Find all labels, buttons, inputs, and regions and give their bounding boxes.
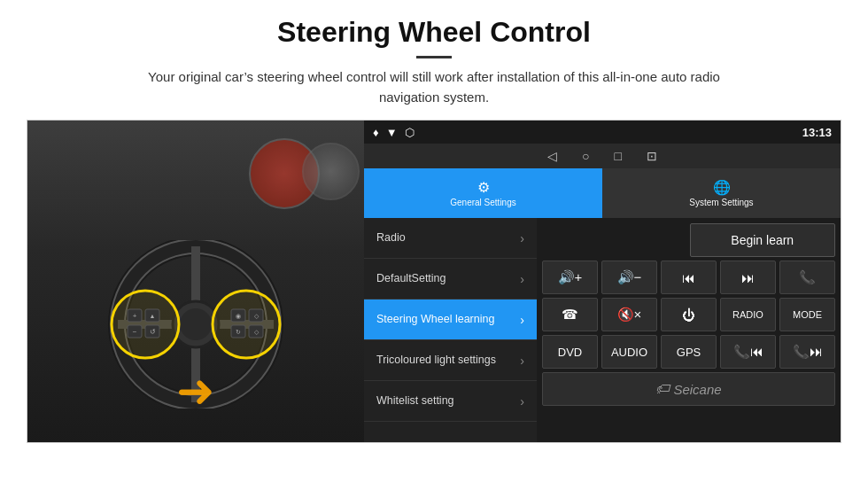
dvd-button[interactable]: DVD: [542, 335, 598, 369]
volume-up-icon: 🔊+: [558, 269, 583, 285]
car-image: + ▲ − ↺ ◉ ◇ ↻ ◇ ➜: [27, 121, 364, 443]
menu-item-tricolour-label: Tricoloured light settings: [376, 354, 496, 367]
arrow-icon: ➜: [176, 364, 215, 417]
page-container: Steering Wheel Control Your original car…: [0, 0, 868, 443]
recents-nav-icon[interactable]: □: [615, 149, 622, 163]
signal-icon: ▼: [386, 126, 398, 139]
audio-button[interactable]: AUDIO: [601, 335, 657, 369]
power-icon: ⏻: [682, 307, 695, 323]
seicane-icon: 🏷: [655, 381, 670, 397]
call-button[interactable]: 📞: [779, 261, 835, 294]
svg-text:↺: ↺: [150, 328, 156, 336]
wifi-icon: ⬡: [405, 126, 415, 139]
menu-arrow-tricolour: ›: [520, 354, 524, 368]
svg-point-9: [112, 291, 179, 358]
subtitle-text: Your original car’s steering wheel contr…: [124, 67, 744, 107]
svg-point-8: [180, 308, 212, 340]
control-row-1: 🔊+ 🔊− ⏮ ⏭ 📞: [542, 261, 835, 294]
android-panel: ♦ ▼ ⬡ 13:13 ◁ ○ □ ⊡ ⚙ General Settings: [364, 121, 841, 442]
menu-arrow-whitelist: ›: [520, 394, 524, 409]
nav-bar: ◁ ○ □ ⊡: [364, 144, 841, 168]
tab-general-settings[interactable]: ⚙ General Settings: [364, 168, 602, 218]
menu-item-whitelist-label: Whitelist setting: [376, 394, 454, 408]
prev-track-icon: ⏮: [682, 270, 695, 285]
status-time: 13:13: [802, 126, 832, 139]
dvd-label: DVD: [558, 346, 582, 359]
control-row-2: ☎ 🔇× ⏻ RADIO MODE: [542, 298, 835, 331]
tab-bar: ⚙ General Settings 🌐 System Settings: [364, 168, 841, 218]
status-icons: ♦ ▼ ⬡: [373, 126, 415, 139]
call-prev-button[interactable]: 📞⏮: [720, 335, 776, 369]
gps-label: GPS: [677, 346, 701, 359]
mode-button[interactable]: MODE: [779, 298, 835, 331]
volume-down-button[interactable]: 🔊−: [601, 261, 657, 294]
android-main: Radio › DefaultSetting › Steering Wheel …: [364, 218, 841, 442]
menu-item-steering-label: Steering Wheel learning: [376, 313, 494, 326]
menu-item-default-setting[interactable]: DefaultSetting ›: [364, 259, 537, 300]
volume-down-icon: 🔊−: [617, 269, 642, 285]
watermark-row: 🏷 Seicane: [542, 372, 835, 406]
svg-text:↻: ↻: [236, 329, 241, 335]
seicane-watermark: 🏷 Seicane: [542, 372, 835, 406]
audio-label: AUDIO: [611, 346, 647, 359]
header-section: Steering Wheel Control Your original car…: [27, 16, 841, 107]
call-next-icon: 📞⏭: [793, 344, 823, 360]
begin-learn-row: Begin learn: [542, 223, 835, 257]
location-icon: ♦: [373, 126, 379, 139]
svg-text:−: −: [133, 328, 137, 336]
menu-item-tricolour[interactable]: Tricoloured light settings ›: [364, 340, 537, 381]
menu-item-radio-label: Radio: [376, 231, 406, 245]
tab-general-label: General Settings: [450, 198, 516, 207]
page-title: Steering Wheel Control: [27, 16, 841, 49]
svg-text:▲: ▲: [150, 313, 156, 319]
general-settings-icon: ⚙: [477, 179, 490, 196]
begin-learn-button[interactable]: Begin learn: [690, 223, 836, 257]
status-bar: ♦ ▼ ⬡ 13:13: [364, 121, 841, 144]
menu-item-radio[interactable]: Radio ›: [364, 218, 537, 259]
home-nav-icon[interactable]: ○: [582, 149, 589, 163]
call-next-button[interactable]: 📞⏭: [779, 335, 835, 369]
menu-item-steering-wheel[interactable]: Steering Wheel learning ›: [364, 300, 537, 340]
hangup-button[interactable]: ☎: [542, 298, 598, 331]
tab-system-settings[interactable]: 🌐 System Settings: [602, 168, 841, 218]
menu-item-default-label: DefaultSetting: [376, 272, 446, 285]
mute-icon: 🔇×: [617, 307, 642, 323]
svg-text:+: +: [133, 312, 137, 320]
seicane-label: Seicane: [673, 382, 721, 397]
next-track-button[interactable]: ⏭: [720, 261, 776, 294]
empty-space: [542, 223, 686, 257]
title-divider: [416, 56, 452, 58]
menu-arrow-steering: ›: [520, 313, 524, 327]
back-nav-icon[interactable]: ◁: [547, 149, 557, 163]
mode-label: MODE: [793, 309, 822, 320]
menu-nav-icon[interactable]: ⊡: [647, 149, 657, 163]
menu-arrow-default: ›: [520, 272, 524, 286]
call-icon: 📞: [799, 269, 816, 285]
content-area: + ▲ − ↺ ◉ ◇ ↻ ◇ ➜: [27, 120, 841, 443]
button-panel: Begin learn 🔊+ 🔊− ⏮: [537, 218, 841, 442]
tab-system-label: System Settings: [689, 198, 753, 207]
control-row-3: DVD AUDIO GPS 📞⏮ 📞⏭: [542, 335, 835, 369]
menu-list: Radio › DefaultSetting › Steering Wheel …: [364, 218, 537, 442]
gauge-right: [302, 143, 360, 200]
prev-track-button[interactable]: ⏮: [661, 261, 717, 294]
gps-button[interactable]: GPS: [661, 335, 717, 369]
radio-button[interactable]: RADIO: [720, 298, 776, 331]
call-prev-icon: 📞⏮: [733, 344, 763, 360]
svg-text:◉: ◉: [236, 313, 241, 319]
menu-arrow-radio: ›: [520, 231, 524, 245]
next-track-icon: ⏭: [741, 270, 755, 285]
menu-item-whitelist[interactable]: Whitelist setting ›: [364, 381, 537, 422]
volume-up-button[interactable]: 🔊+: [542, 261, 598, 294]
radio-label: RADIO: [732, 309, 763, 320]
svg-point-18: [213, 291, 280, 358]
system-settings-icon: 🌐: [713, 179, 731, 196]
mute-button[interactable]: 🔇×: [601, 298, 657, 331]
power-button[interactable]: ⏻: [661, 298, 717, 331]
hangup-icon: ☎: [562, 307, 578, 323]
